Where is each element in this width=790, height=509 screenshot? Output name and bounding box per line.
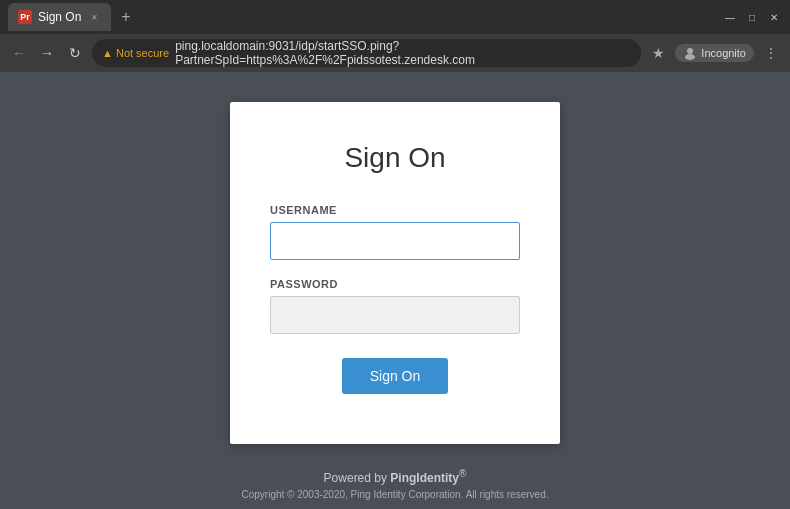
browser-toolbar: ← → ↻ ▲ Not secure ping.localdomain:9031…: [0, 34, 790, 72]
active-tab[interactable]: Pr Sign On ×: [8, 3, 111, 31]
forward-button[interactable]: →: [36, 42, 58, 64]
back-button[interactable]: ←: [8, 42, 30, 64]
security-warning: ▲ Not secure: [102, 47, 169, 59]
powered-by-text: Powered by PingIdentity®: [242, 468, 549, 485]
tab-favicon: Pr: [18, 10, 32, 24]
close-window-button[interactable]: ✕: [766, 9, 782, 25]
tab-close-button[interactable]: ×: [87, 10, 101, 24]
username-group: USERNAME: [270, 204, 520, 260]
svg-point-1: [685, 54, 695, 60]
username-input[interactable]: [270, 222, 520, 260]
address-text: ping.localdomain:9031/idp/startSSO.ping?…: [175, 39, 631, 67]
svg-point-0: [687, 48, 693, 54]
new-tab-button[interactable]: +: [115, 6, 136, 28]
tab-bar: Pr Sign On × +: [8, 3, 718, 31]
maximize-button[interactable]: □: [744, 9, 760, 25]
bookmark-button[interactable]: ★: [647, 42, 669, 64]
incognito-icon: [683, 46, 697, 60]
page-footer: Powered by PingIdentity® Copyright © 200…: [242, 468, 549, 500]
page-title: Sign On: [270, 142, 520, 174]
address-bar[interactable]: ▲ Not secure ping.localdomain:9031/idp/s…: [92, 39, 641, 67]
ping-identity-brand: PingIdentity: [390, 471, 459, 485]
login-card: Sign On USERNAME PASSWORD Sign On: [230, 102, 560, 444]
reload-button[interactable]: ↻: [64, 42, 86, 64]
copyright-text: Copyright © 2003-2020, Ping Identity Cor…: [242, 489, 549, 500]
password-label: PASSWORD: [270, 278, 520, 290]
password-input[interactable]: [270, 296, 520, 334]
window-controls: — □ ✕: [722, 9, 782, 25]
minimize-button[interactable]: —: [722, 9, 738, 25]
incognito-label: Incognito: [701, 47, 746, 59]
page-content: Sign On USERNAME PASSWORD Sign On Powere…: [0, 72, 790, 509]
incognito-badge[interactable]: Incognito: [675, 44, 754, 62]
title-bar: Pr Sign On × + — □ ✕: [0, 0, 790, 34]
tab-title: Sign On: [38, 10, 81, 24]
browser-menu-button[interactable]: ⋮: [760, 42, 782, 64]
toolbar-right: ★ Incognito ⋮: [647, 42, 782, 64]
trademark: ®: [459, 468, 466, 479]
sign-on-button[interactable]: Sign On: [342, 358, 449, 394]
password-group: PASSWORD: [270, 278, 520, 334]
username-label: USERNAME: [270, 204, 520, 216]
